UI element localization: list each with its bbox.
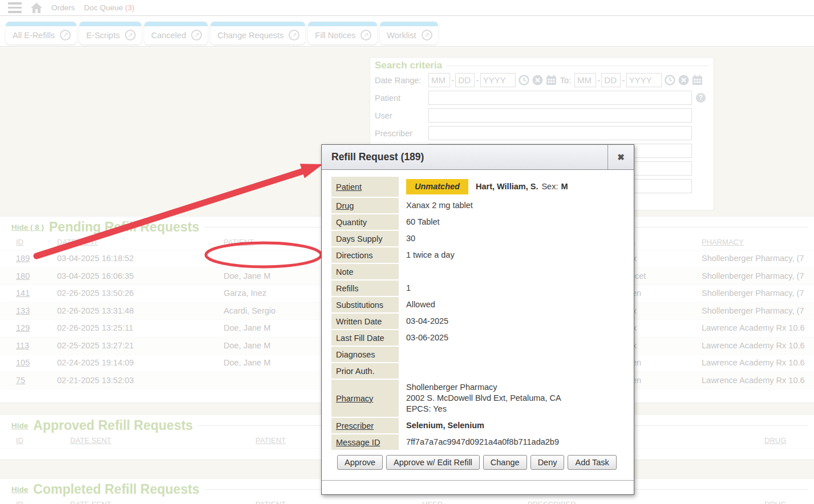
- detail-text: 30: [406, 233, 415, 244]
- detail-row-directions: Directions1 twice a day: [331, 247, 625, 263]
- to-day-input[interactable]: [601, 73, 621, 87]
- close-icon[interactable]: ✖: [608, 145, 634, 169]
- patient-cell: Doe, Jane M: [224, 271, 270, 281]
- date-range-label: Date Range:: [375, 76, 428, 85]
- to-year-input[interactable]: [626, 73, 662, 87]
- detail-value: [399, 363, 625, 379]
- completed-hide-link[interactable]: Hide: [11, 485, 28, 494]
- detail-text: 03-06-2025: [406, 332, 448, 343]
- tab-canceled[interactable]: Canceled↗: [144, 22, 208, 44]
- tab-fill-notices[interactable]: Fill Notices↗: [308, 22, 377, 44]
- tab-accent-bar: [6, 22, 76, 26]
- change-button[interactable]: Change: [483, 455, 527, 470]
- nav-orders[interactable]: Orders: [51, 3, 75, 12]
- detail-label: Diagnoses: [331, 347, 399, 362]
- approved-hide-link[interactable]: Hide: [11, 421, 28, 430]
- approved-section-title: Approved Refill Requests: [33, 418, 193, 433]
- prescriber-search-input[interactable]: [428, 126, 692, 140]
- nav-doc-queue[interactable]: Doc Queue (3): [84, 3, 135, 12]
- user-search-input[interactable]: [428, 108, 692, 123]
- detail-label[interactable]: Patient: [331, 177, 399, 197]
- from-year-input[interactable]: [480, 73, 516, 87]
- prescriber-search-label: Prescriber: [375, 129, 428, 138]
- from-month-input[interactable]: [428, 73, 450, 87]
- tab-all-e-refills[interactable]: All E-Refills↗: [6, 22, 76, 44]
- detail-label[interactable]: Pharmacy: [331, 380, 399, 417]
- column-header-user[interactable]: USER: [422, 500, 443, 504]
- tab-label: All E-Refills: [13, 31, 55, 40]
- open-in-new-icon[interactable]: ↗: [125, 30, 136, 40]
- column-header-patient[interactable]: PATIENT: [224, 238, 254, 246]
- refill-id-link[interactable]: 189: [16, 254, 30, 263]
- refill-id-link[interactable]: 75: [16, 376, 25, 385]
- column-header-pharmacy[interactable]: PHARMACY: [702, 238, 744, 246]
- from-time-icon[interactable]: [519, 75, 529, 86]
- detail-text: 1: [406, 283, 411, 294]
- pharmacy-cell: Lawrence Academy Rx 10.6: [702, 341, 805, 350]
- divider: [447, 66, 709, 66]
- detail-row-drug: DrugXanax 2 mg tablet: [331, 198, 625, 213]
- open-in-new-icon[interactable]: ↗: [289, 30, 299, 40]
- column-header-patient[interactable]: PATIENT: [256, 436, 286, 445]
- refill-id-link[interactable]: 133: [16, 306, 30, 315]
- column-header-prescriber[interactable]: PRESCRIBER: [528, 500, 576, 504]
- pharmacy-cell: Shollenberger Pharmacy, (7: [702, 306, 804, 315]
- to-month-input[interactable]: [574, 73, 596, 87]
- open-in-new-icon[interactable]: ↗: [60, 30, 71, 40]
- detail-value: 60 Tablet: [399, 214, 625, 230]
- to-clear-icon[interactable]: [678, 75, 689, 86]
- tab-change-requests[interactable]: Change Requests↗: [210, 22, 305, 44]
- refill-id-link[interactable]: 180: [16, 271, 30, 281]
- pending-hide-link[interactable]: Hide ( 8 ): [11, 223, 44, 231]
- refill-id-link[interactable]: 113: [16, 341, 29, 350]
- tab-e-scripts[interactable]: E-Scripts↗: [79, 22, 141, 44]
- unmatched-badge: Unmatched: [406, 179, 468, 194]
- detail-label[interactable]: Message ID: [331, 434, 399, 450]
- detail-row-substitutions: SubstitutionsAllowed: [331, 297, 625, 312]
- tab-accent-bar: [79, 22, 141, 26]
- tab-label: Change Requests: [217, 31, 284, 40]
- dialog-footer: [322, 480, 634, 494]
- home-icon[interactable]: [31, 3, 42, 13]
- detail-value: 30: [399, 231, 625, 246]
- column-header-patient[interactable]: PATIENT: [256, 500, 286, 504]
- detail-value: 1 twice a day: [399, 247, 625, 263]
- from-clear-icon[interactable]: [532, 75, 543, 86]
- column-header-id[interactable]: ID: [16, 238, 23, 246]
- to-calendar-icon[interactable]: [692, 75, 703, 86]
- to-time-icon[interactable]: [665, 75, 675, 86]
- detail-row-written-date: Written Date03-04-2025: [331, 314, 625, 329]
- from-day-input[interactable]: [455, 73, 475, 87]
- open-in-new-icon[interactable]: ↗: [191, 30, 202, 40]
- column-header-id[interactable]: ID: [16, 500, 23, 504]
- tab-worklist[interactable]: Worklist↗: [380, 22, 438, 44]
- detail-label[interactable]: Drug: [331, 198, 399, 213]
- column-header-date-sent[interactable]: DATE SENT: [57, 238, 98, 246]
- patient-cell: Acardi, Sergio: [224, 306, 276, 315]
- column-header-drug[interactable]: DRUG: [764, 500, 786, 504]
- completed-section-title: Completed Refill Requests: [33, 482, 199, 497]
- column-header-id[interactable]: ID: [16, 436, 23, 445]
- deny-button[interactable]: Deny: [530, 455, 565, 470]
- approve-w-edit-refill-button[interactable]: Approve w/ Edit Refill: [386, 455, 480, 470]
- column-header-date-sent[interactable]: DATE SENT: [70, 500, 111, 504]
- open-in-new-icon[interactable]: ↗: [422, 30, 432, 40]
- refill-id-link[interactable]: 129: [16, 323, 30, 332]
- from-calendar-icon[interactable]: [546, 75, 557, 86]
- help-icon[interactable]: ?: [696, 93, 706, 103]
- column-header-drug[interactable]: DRUG: [764, 436, 786, 445]
- column-header-date-sent[interactable]: DATE SENT: [70, 436, 111, 445]
- detail-value: Allowed: [399, 297, 625, 312]
- refill-id-link[interactable]: 141: [16, 288, 30, 298]
- hamburger-menu-icon[interactable]: [8, 2, 22, 13]
- refill-id-link[interactable]: 105: [16, 358, 30, 367]
- detail-row-pharmacy: PharmacyShollenberger Pharmacy2002 S. Mc…: [331, 380, 625, 417]
- approve-button[interactable]: Approve: [337, 455, 383, 470]
- refill-request-dialog: Refill Request (189) ✖ PatientUnmatchedH…: [321, 144, 634, 495]
- open-in-new-icon[interactable]: ↗: [361, 30, 371, 40]
- detail-label: Substitutions: [331, 297, 399, 312]
- add-task-button[interactable]: Add Task: [568, 455, 616, 470]
- detail-label[interactable]: Prescriber: [331, 418, 399, 433]
- patient-value: UnmatchedHart, William, S.Sex:M: [399, 177, 625, 197]
- patient-search-input[interactable]: [428, 91, 692, 105]
